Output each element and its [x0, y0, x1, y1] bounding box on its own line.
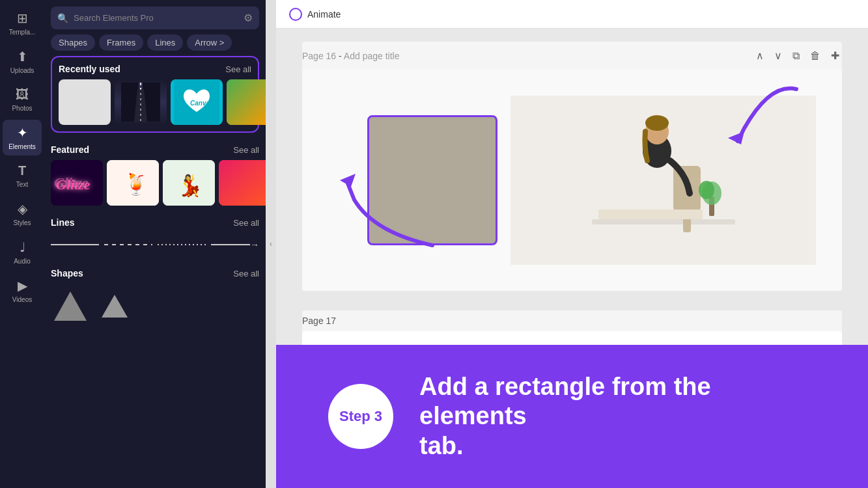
recently-used-item-2[interactable]: Canva	[171, 79, 223, 125]
recently-used-title: Recently used	[59, 64, 120, 74]
filter-icon[interactable]: ⚙	[244, 12, 253, 24]
step-badge-text: Step 3	[339, 408, 382, 425]
rectangle-element[interactable]	[367, 115, 497, 245]
collapse-handle[interactable]: ‹	[266, 0, 276, 488]
sidebar-item-elements[interactable]: ✦ Elements	[3, 120, 42, 156]
text-icon: T	[18, 163, 26, 178]
lines-section: Lines See all →	[51, 217, 259, 256]
tab-arrows[interactable]: Arrow >	[187, 34, 232, 51]
lines-row: →	[51, 233, 259, 256]
sidebar-item-templates[interactable]: ⊞ Templa...	[3, 5, 42, 41]
recently-used-item-3[interactable]	[227, 79, 266, 125]
tab-lines[interactable]: Lines	[147, 34, 183, 51]
shapes-see-all[interactable]: See all	[233, 269, 259, 278]
panel-content: Recently used See all	[44, 56, 266, 488]
tab-frames[interactable]: Frames	[99, 34, 143, 51]
dashed-line-item[interactable]	[104, 238, 152, 251]
featured-section: Featured See all Glitze Glitze	[51, 144, 259, 206]
shape-triangle-1[interactable]	[51, 286, 90, 325]
page-16-duplicate[interactable]: ⧉	[790, 47, 802, 64]
sidebar-label-templates: Templa...	[9, 29, 36, 36]
shapes-title: Shapes	[51, 268, 83, 278]
animate-icon	[289, 8, 302, 21]
svg-rect-25	[598, 210, 703, 219]
sidebar-item-text[interactable]: T Text	[3, 158, 42, 193]
featured-item-2[interactable]: 💃	[163, 160, 215, 206]
page-16-up[interactable]: ∧	[753, 47, 766, 64]
main-layout: ⊞ Templa... ⬆ Uploads 🖼 Photos ✦ Element…	[0, 0, 868, 488]
page-16-actions: ∧ ∨ ⧉ 🗑 ✚	[753, 47, 842, 64]
sidebar-item-uploads[interactable]: ⬆ Uploads	[3, 44, 42, 79]
svg-point-28	[699, 181, 714, 199]
arrow-line-item[interactable]: →	[211, 239, 259, 250]
lines-header: Lines See all	[51, 217, 259, 228]
sidebar-item-styles[interactable]: ◈ Styles	[3, 196, 42, 232]
svg-text:Glitze: Glitze	[54, 174, 89, 191]
svg-rect-7	[227, 79, 266, 125]
lines-title: Lines	[51, 217, 75, 228]
dotted-line-item[interactable]	[158, 238, 206, 251]
page-16-block: Page 16 - Add page title ∧ ∨ ⧉ 🗑 ✚	[302, 42, 842, 291]
featured-items: Glitze Glitze 🍹 💃	[51, 160, 259, 206]
recently-used-item-0[interactable]	[59, 79, 111, 125]
recently-used-items: Canva	[59, 79, 251, 125]
page-16-header: Page 16 - Add page title ∧ ∨ ⧉ 🗑 ✚	[302, 42, 842, 70]
sidebar-item-videos[interactable]: ▶ Videos	[3, 273, 42, 308]
shapes-row	[51, 284, 259, 328]
bottom-overlay: Step 3 Add a rectangle from the elements…	[276, 345, 868, 488]
featured-see-all[interactable]: See all	[233, 145, 259, 155]
solid-line-item[interactable]	[51, 238, 99, 251]
elements-icon: ✦	[17, 125, 28, 141]
featured-item-0[interactable]: Glitze Glitze	[51, 160, 103, 206]
recently-used-section: Recently used See all	[51, 56, 259, 133]
shapes-header: Shapes See all	[51, 268, 259, 278]
page-16-down[interactable]: ∨	[772, 47, 785, 64]
featured-header: Featured See all	[51, 144, 259, 155]
svg-marker-17	[340, 174, 356, 187]
audio-icon: ♩	[20, 239, 25, 255]
templates-icon: ⊞	[17, 10, 28, 26]
search-input[interactable]	[74, 13, 238, 23]
search-icon: 🔍	[57, 13, 68, 23]
step-instruction: Add a rectangle from the elements tab.	[419, 372, 816, 461]
step-badge: Step 3	[328, 384, 393, 449]
photos-icon: 🖼	[16, 87, 29, 102]
page-16-delete[interactable]: 🗑	[807, 47, 823, 64]
page-16-title: Page 16 - Add page title	[302, 51, 399, 61]
canvas-area: Animate Page 16 - Add page title ∧ ∨ ⧉ 🗑…	[276, 0, 868, 488]
page-17-title: Page 17	[302, 316, 336, 326]
recently-used-header: Recently used See all	[59, 64, 251, 74]
sidebar-label-audio: Audio	[14, 258, 31, 265]
featured-item-1[interactable]: 🍹	[107, 160, 159, 206]
uploads-icon: ⬆	[17, 49, 28, 64]
sidebar-label-text: Text	[16, 181, 28, 188]
recently-used-item-1[interactable]	[115, 79, 167, 125]
svg-text:💃: 💃	[177, 173, 203, 198]
tab-row: Shapes Frames Lines Arrow >	[44, 34, 266, 56]
lines-see-all[interactable]: See all	[233, 218, 259, 228]
page-17-header: Page 17	[302, 310, 842, 331]
videos-icon: ▶	[18, 278, 27, 293]
featured-title: Featured	[51, 144, 89, 155]
sidebar-label-photos: Photos	[12, 105, 32, 112]
page-16-add[interactable]: ✚	[828, 47, 842, 64]
sidebar-label-styles: Styles	[13, 219, 31, 226]
elements-panel: 🔍 ⚙ Shapes Frames Lines Arrow > Recently…	[44, 0, 266, 488]
animate-label[interactable]: Animate	[307, 9, 341, 20]
sidebar-item-photos[interactable]: 🖼 Photos	[3, 82, 42, 117]
sidebar-label-videos: Videos	[12, 296, 32, 303]
svg-rect-19	[592, 219, 735, 224]
search-bar: 🔍 ⚙	[51, 7, 259, 29]
sidebar-label-uploads: Uploads	[10, 67, 35, 74]
tab-shapes[interactable]: Shapes	[51, 34, 95, 51]
svg-rect-15	[219, 160, 266, 206]
sidebar-item-audio[interactable]: ♩ Audio	[3, 234, 42, 270]
shape-triangle-2[interactable]	[95, 286, 134, 325]
svg-text:Canva: Canva	[190, 100, 210, 107]
animate-bar: Animate	[276, 0, 868, 29]
shapes-section: Shapes See all	[51, 268, 259, 328]
recently-used-see-all[interactable]: See all	[225, 64, 251, 74]
styles-icon: ◈	[18, 201, 27, 217]
sidebar-icons: ⊞ Templa... ⬆ Uploads 🖼 Photos ✦ Element…	[0, 0, 44, 488]
featured-item-3[interactable]	[219, 160, 266, 206]
